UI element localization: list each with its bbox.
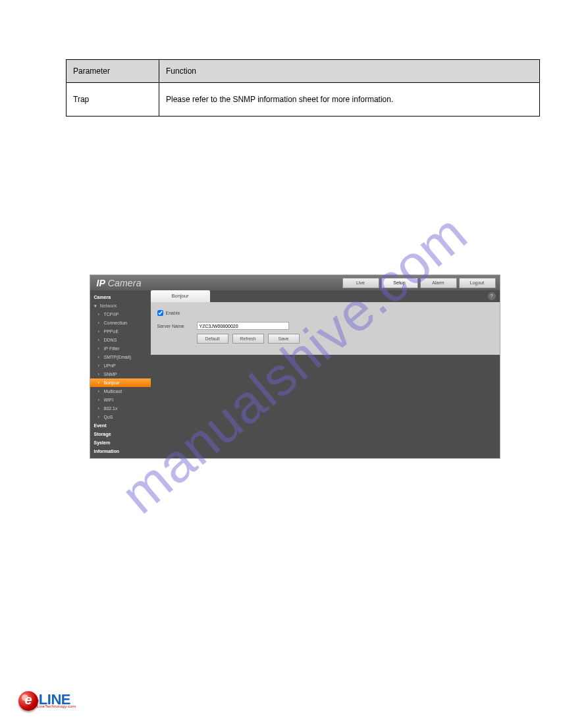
footer-logo: e -LINE eLineTechnology.com bbox=[18, 691, 76, 711]
sidebar-item-smtp[interactable]: ›SMTP(Email) bbox=[90, 353, 151, 361]
tab-bonjour[interactable]: Bonjour bbox=[151, 290, 210, 302]
sidebar-item-ddns[interactable]: ›DDNS bbox=[90, 336, 151, 344]
sidebar-item-multicast[interactable]: ›Multicast bbox=[90, 387, 151, 396]
td-param: Trap bbox=[67, 83, 159, 117]
sidebar-information[interactable]: Information bbox=[90, 447, 151, 455]
refresh-button[interactable]: Refresh bbox=[232, 334, 264, 344]
enable-row: Enable bbox=[157, 307, 493, 318]
save-button[interactable]: Save bbox=[268, 334, 300, 344]
sidebar-item-label: UPnP bbox=[104, 363, 116, 368]
sidebar-network-label: Network bbox=[100, 303, 117, 308]
sidebar-item-wifi[interactable]: ›WIFI bbox=[90, 396, 151, 404]
sidebar-event[interactable]: Event bbox=[90, 421, 151, 430]
logo-ball-icon: e bbox=[18, 691, 38, 711]
sidebar-item-upnp[interactable]: ›UPnP bbox=[90, 361, 151, 370]
chevron-right-icon: › bbox=[98, 321, 102, 325]
chevron-right-icon: › bbox=[98, 380, 102, 385]
top-nav: Live Setup Alarm Logout bbox=[342, 278, 496, 288]
sidebar-item-label: SMTP(Email) bbox=[104, 355, 132, 359]
sidebar-item-label: SNMP bbox=[104, 372, 117, 377]
chevron-right-icon: › bbox=[98, 355, 102, 359]
sidebar-item-label: QoS bbox=[104, 415, 113, 419]
chevron-right-icon: › bbox=[98, 372, 102, 377]
td-func: Please refer to the SNMP information she… bbox=[159, 83, 540, 117]
sidebar-item-ipfilter[interactable]: ›IP Filter bbox=[90, 344, 151, 353]
chevron-right-icon: › bbox=[98, 338, 102, 342]
logo-subtext: eLineTechnology.com bbox=[34, 704, 76, 708]
chevron-right-icon: › bbox=[98, 406, 102, 411]
sidebar-item-label: WIFI bbox=[104, 398, 114, 402]
nav-setup[interactable]: Setup bbox=[381, 278, 418, 288]
chevron-down-icon: ▾ bbox=[94, 303, 98, 309]
enable-label: Enable bbox=[166, 311, 180, 315]
sidebar-item-label: DDNS bbox=[104, 338, 117, 342]
brand: IP Camera bbox=[97, 278, 142, 288]
sidebar-item-label: Connection bbox=[104, 321, 127, 325]
sidebar-system[interactable]: System bbox=[90, 438, 151, 447]
content-area: ? Bonjour Enable Server Name bbox=[151, 290, 500, 458]
bonjour-panel: Enable Server Name Default Refresh Save bbox=[151, 302, 500, 355]
chevron-right-icon: › bbox=[98, 312, 102, 317]
sidebar-item-bonjour[interactable]: ›Bonjour bbox=[90, 378, 151, 387]
sidebar-item-label: TCP/IP bbox=[104, 312, 119, 317]
parameter-table: Parameter Function Trap Please refer to … bbox=[66, 59, 540, 117]
enable-checkbox[interactable] bbox=[157, 310, 163, 316]
server-name-input[interactable] bbox=[197, 322, 289, 330]
sidebar-item-8021x[interactable]: ›802.1x bbox=[90, 404, 151, 413]
sidebar-item-label: Bonjour bbox=[104, 380, 120, 385]
th-function: Function bbox=[159, 60, 540, 83]
ipcamera-ui: IP Camera Live Setup Alarm Logout Camera… bbox=[90, 274, 500, 459]
sidebar-item-label: Multicast bbox=[104, 389, 122, 394]
button-row: Default Refresh Save bbox=[197, 334, 493, 344]
sidebar: Camera ▾ Network ›TCP/IP ›Connection ›PP… bbox=[90, 290, 151, 458]
sidebar-item-qos[interactable]: ›QoS bbox=[90, 413, 151, 421]
nav-live[interactable]: Live bbox=[342, 278, 379, 288]
topbar: IP Camera Live Setup Alarm Logout bbox=[90, 275, 500, 290]
nav-alarm[interactable]: Alarm bbox=[420, 278, 457, 288]
tab-strip: Bonjour bbox=[151, 290, 500, 302]
server-name-label: Server Name bbox=[157, 324, 197, 328]
sidebar-item-connection[interactable]: ›Connection bbox=[90, 319, 151, 327]
chevron-right-icon: › bbox=[98, 389, 102, 394]
chevron-right-icon: › bbox=[98, 329, 102, 334]
sidebar-item-pppoe[interactable]: ›PPPoE bbox=[90, 327, 151, 336]
sidebar-storage[interactable]: Storage bbox=[90, 430, 151, 438]
server-name-row: Server Name bbox=[157, 321, 493, 331]
chevron-right-icon: › bbox=[98, 363, 102, 368]
chevron-right-icon: › bbox=[98, 398, 102, 402]
sidebar-item-snmp[interactable]: ›SNMP bbox=[90, 370, 151, 378]
sidebar-camera[interactable]: Camera bbox=[90, 293, 151, 301]
chevron-right-icon: › bbox=[98, 415, 102, 419]
brand-ip: IP bbox=[97, 278, 105, 288]
sidebar-item-label: IP Filter bbox=[104, 346, 120, 351]
sidebar-item-tcpip[interactable]: ›TCP/IP bbox=[90, 310, 151, 319]
chevron-right-icon: › bbox=[98, 346, 102, 351]
brand-camera: Camera bbox=[108, 278, 142, 288]
sidebar-item-label: PPPoE bbox=[104, 329, 119, 334]
nav-logout[interactable]: Logout bbox=[459, 278, 496, 288]
default-button[interactable]: Default bbox=[197, 334, 228, 344]
th-parameter: Parameter bbox=[67, 60, 159, 83]
sidebar-item-label: 802.1x bbox=[104, 406, 118, 411]
help-icon[interactable]: ? bbox=[488, 292, 496, 300]
sidebar-network[interactable]: ▾ Network bbox=[90, 301, 151, 310]
